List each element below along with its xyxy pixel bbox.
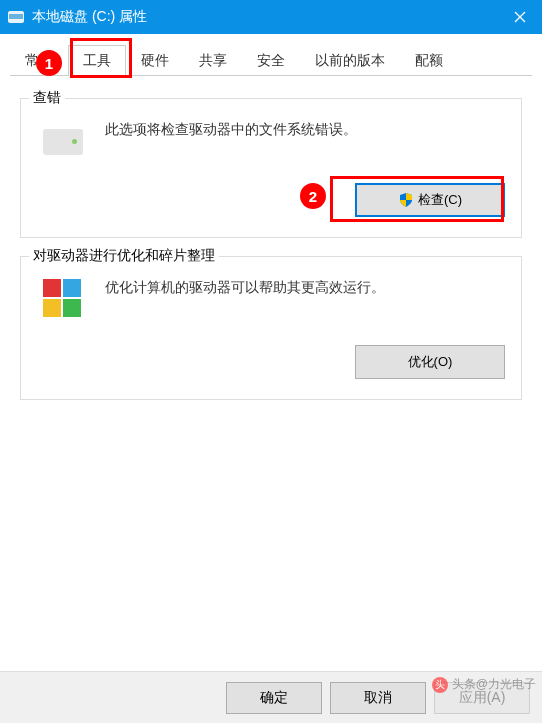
tab-sharing[interactable]: 共享 [184, 45, 242, 76]
defrag-icon [43, 279, 81, 317]
ok-button[interactable]: 确定 [226, 682, 322, 714]
hard-drive-icon [43, 129, 83, 155]
window-title: 本地磁盘 (C:) 属性 [32, 8, 497, 26]
drive-icon [8, 11, 24, 23]
apply-button: 应用(A) [434, 682, 530, 714]
tabs-container: 常规 工具 硬件 共享 安全 以前的版本 配额 [0, 34, 542, 76]
dialog-buttons: 确定 取消 应用(A) [0, 671, 542, 723]
check-button-label: 检查(C) [418, 191, 462, 209]
check-button[interactable]: 检查(C) [355, 183, 505, 217]
tab-content: 查错 此选项将检查驱动器中的文件系统错误。 检查(C) 对驱动器进行优化和碎片整… [0, 76, 542, 430]
error-check-label: 查错 [29, 89, 65, 107]
error-check-description: 此选项将检查驱动器中的文件系统错误。 [105, 117, 505, 140]
tab-quota[interactable]: 配额 [400, 45, 458, 76]
tab-hardware[interactable]: 硬件 [126, 45, 184, 76]
optimize-button[interactable]: 优化(O) [355, 345, 505, 379]
cancel-button[interactable]: 取消 [330, 682, 426, 714]
window-titlebar: 本地磁盘 (C:) 属性 [0, 0, 542, 34]
error-check-group: 查错 此选项将检查驱动器中的文件系统错误。 检查(C) [20, 98, 522, 238]
optimize-label: 对驱动器进行优化和碎片整理 [29, 247, 219, 265]
tab-previous-versions[interactable]: 以前的版本 [300, 45, 400, 76]
tab-tools[interactable]: 工具 [68, 45, 126, 76]
tab-general[interactable]: 常规 [10, 45, 68, 76]
optimize-description: 优化计算机的驱动器可以帮助其更高效运行。 [105, 275, 505, 298]
optimize-button-label: 优化(O) [408, 353, 453, 371]
close-button[interactable] [497, 0, 542, 34]
close-icon [514, 11, 526, 23]
shield-icon [398, 192, 414, 208]
tab-security[interactable]: 安全 [242, 45, 300, 76]
optimize-group: 对驱动器进行优化和碎片整理 优化计算机的驱动器可以帮助其更高效运行。 优化(O) [20, 256, 522, 400]
